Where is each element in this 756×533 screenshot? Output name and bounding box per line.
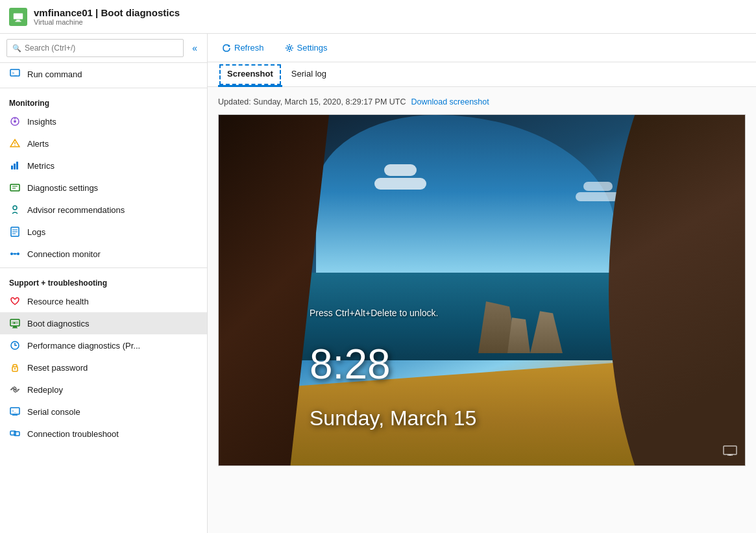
- connection-monitor-label: Connection monitor: [27, 249, 101, 259]
- serial-console-icon: >_: [9, 406, 21, 417]
- sidebar-item-reset-password[interactable]: Reset password: [0, 356, 207, 378]
- sidebar-scroll: >_ Run command Monitoring Insights: [0, 63, 207, 533]
- content-area: Refresh Settings Screenshot Serial log U: [208, 34, 756, 533]
- svg-rect-1: [16, 19, 19, 21]
- svg-point-10: [14, 145, 16, 146]
- toolbar: Refresh Settings: [208, 34, 756, 62]
- page-title: vmfinance01 | Boot diagnostics: [34, 7, 180, 18]
- settings-label: Settings: [297, 43, 328, 53]
- resource-health-icon: [9, 295, 21, 307]
- sidebar-item-alerts[interactable]: Alerts: [0, 132, 207, 155]
- connection-troubleshoot-label: Connection troubleshoot: [27, 429, 119, 439]
- svg-rect-2: [16, 21, 21, 21]
- lock-screen-prompt: Press Ctrl+Alt+Delete to unlock.: [310, 308, 438, 318]
- sidebar-item-advisor-recommendations[interactable]: Advisor recommendations: [0, 199, 207, 221]
- refresh-button[interactable]: Refresh: [218, 40, 268, 55]
- updated-text: Updated: Sunday, March 15, 2020, 8:29:17…: [218, 97, 406, 106]
- diagnostic-settings-icon: [9, 182, 21, 193]
- sidebar-item-boot-diagnostics[interactable]: Boot diagnostics: [0, 312, 207, 334]
- search-icon: 🔍: [12, 44, 21, 53]
- svg-point-39: [288, 47, 291, 49]
- svg-point-22: [10, 253, 13, 255]
- tab-screenshot[interactable]: Screenshot: [218, 62, 282, 87]
- reset-password-icon: [9, 362, 21, 373]
- advisor-recommendations-label: Advisor recommendations: [27, 205, 125, 215]
- sidebar-item-insights[interactable]: Insights: [0, 110, 207, 132]
- logs-icon: [9, 226, 21, 238]
- redeploy-icon: [9, 384, 21, 395]
- settings-icon: [285, 43, 294, 53]
- svg-rect-27: [13, 327, 17, 328]
- reset-password-label: Reset password: [27, 363, 88, 373]
- sidebar-item-metrics[interactable]: Metrics: [0, 155, 207, 177]
- header: vmfinance01 | Boot diagnostics Virtual m…: [0, 0, 756, 34]
- connection-troubleshoot-icon: [9, 428, 21, 440]
- svg-point-32: [14, 368, 16, 369]
- logs-label: Logs: [27, 227, 45, 237]
- boot-diagnostics-label: Boot diagnostics: [27, 319, 89, 328]
- alerts-icon: [9, 138, 21, 149]
- redeploy-label: Redeploy: [27, 385, 63, 395]
- refresh-icon: [222, 43, 231, 53]
- tabs-bar: Screenshot Serial log: [208, 62, 756, 87]
- svg-point-25: [14, 253, 16, 255]
- content-body: Updated: Sunday, March 15, 2020, 8:29:17…: [208, 87, 756, 533]
- screenshot-image: Press Ctrl+Alt+Delete to unlock. 8:28 Su…: [219, 115, 745, 465]
- metrics-label: Metrics: [27, 161, 55, 171]
- performance-diagnostics-icon: [9, 340, 21, 351]
- refresh-label: Refresh: [234, 43, 264, 53]
- svg-rect-13: [16, 162, 18, 169]
- performance-diagnostics-label: Performance diagnostics (Pr...: [27, 341, 140, 351]
- sidebar: 🔍 « >_ Run command Monitoring: [0, 34, 208, 533]
- svg-text:>_: >_: [12, 71, 17, 76]
- svg-rect-40: [724, 446, 737, 454]
- time-display: 8:28: [310, 340, 391, 388]
- metrics-icon: [9, 160, 21, 171]
- sidebar-item-run-command[interactable]: >_ Run command: [0, 63, 207, 85]
- collapse-sidebar-button[interactable]: «: [189, 42, 201, 55]
- sidebar-item-performance-diagnostics[interactable]: Performance diagnostics (Pr...: [0, 334, 207, 356]
- sidebar-search-container: 🔍 «: [0, 34, 207, 63]
- support-section-header: Support + troubleshooting: [0, 271, 207, 290]
- sidebar-item-logs[interactable]: Logs: [0, 221, 207, 243]
- svg-point-23: [17, 253, 19, 255]
- cloud1: [374, 178, 426, 190]
- sidebar-item-connection-monitor[interactable]: Connection monitor: [0, 243, 207, 265]
- tab-serial-log[interactable]: Serial log: [282, 62, 335, 87]
- support-divider: [0, 267, 207, 268]
- run-command-label: Run command: [27, 69, 82, 79]
- sidebar-item-serial-console[interactable]: >_ Serial console: [0, 401, 207, 423]
- svg-rect-12: [14, 164, 16, 169]
- page-subtitle: Virtual machine: [34, 18, 180, 26]
- svg-rect-28: [12, 328, 18, 328]
- main-layout: 🔍 « >_ Run command Monitoring: [0, 34, 756, 533]
- diagnostic-settings-label: Diagnostic settings: [27, 183, 98, 193]
- svg-rect-14: [10, 184, 19, 191]
- cloud2: [384, 164, 417, 176]
- search-input[interactable]: [25, 43, 178, 53]
- svg-point-6: [14, 120, 16, 123]
- monitoring-section-header: Monitoring: [0, 91, 207, 110]
- insights-label: Insights: [27, 117, 56, 127]
- sidebar-item-connection-troubleshoot[interactable]: Connection troubleshoot: [0, 423, 207, 445]
- header-title: vmfinance01 | Boot diagnostics Virtual m…: [34, 7, 180, 26]
- serial-console-label: Serial console: [27, 407, 80, 417]
- screenshot-container: Press Ctrl+Alt+Delete to unlock. 8:28 Su…: [218, 114, 746, 466]
- connection-monitor-icon: [9, 248, 21, 260]
- insights-icon: [9, 116, 21, 127]
- cave-arch: [219, 132, 319, 413]
- sidebar-item-diagnostic-settings[interactable]: Diagnostic settings: [0, 177, 207, 199]
- download-screenshot-link[interactable]: Download screenshot: [411, 97, 489, 106]
- monitor-icon: [723, 445, 737, 460]
- vm-icon: [9, 8, 27, 26]
- resource-health-label: Resource health: [27, 297, 89, 306]
- svg-text:>_: >_: [12, 409, 17, 413]
- sidebar-item-redeploy[interactable]: Redeploy: [0, 378, 207, 401]
- run-command-icon: >_: [9, 68, 21, 80]
- search-box[interactable]: 🔍: [6, 39, 184, 57]
- svg-rect-35: [12, 415, 18, 415]
- monitoring-divider: [0, 88, 207, 88]
- sidebar-item-resource-health[interactable]: Resource health: [0, 290, 207, 312]
- settings-button[interactable]: Settings: [281, 40, 332, 55]
- svg-rect-11: [11, 166, 13, 169]
